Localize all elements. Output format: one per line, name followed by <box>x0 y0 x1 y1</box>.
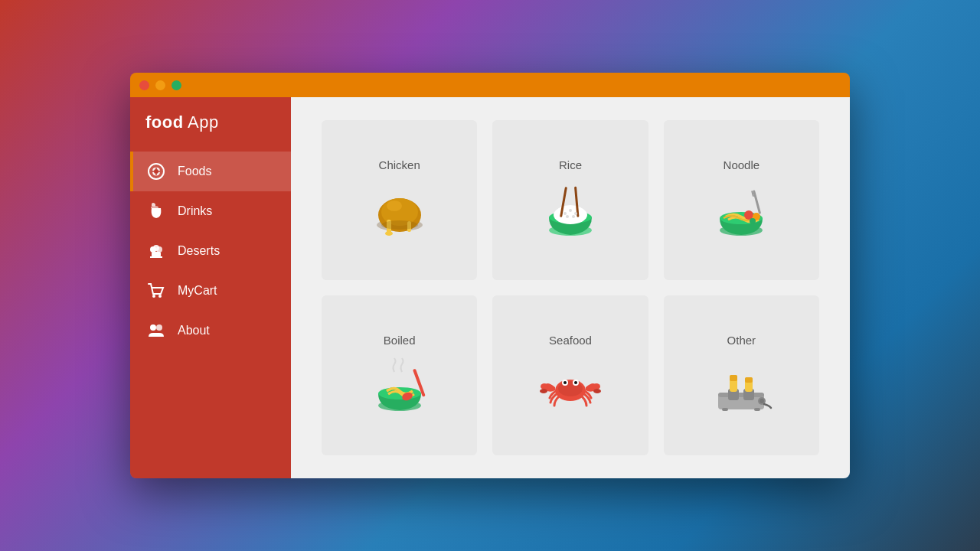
svg-point-34 <box>750 218 756 224</box>
foods-icon <box>145 161 167 182</box>
boiled-image <box>361 356 438 417</box>
sidebar-label-deserts: Deserts <box>178 244 220 258</box>
card-rice-label: Rice <box>559 158 582 171</box>
sidebar-item-about[interactable]: About <box>130 311 291 350</box>
app-title-light: App <box>184 112 219 132</box>
sidebar-label-drinks: Drinks <box>178 204 212 218</box>
svg-point-45 <box>593 383 600 390</box>
sidebar-item-foods[interactable]: Foods <box>130 152 291 191</box>
svg-point-7 <box>152 295 155 298</box>
card-noodle-label: Noodle <box>724 158 760 171</box>
chicken-image <box>361 181 438 242</box>
card-chicken[interactable]: Chicken <box>322 120 477 280</box>
rice-image <box>532 181 609 242</box>
svg-rect-52 <box>718 393 764 397</box>
sidebar: food App Foods <box>130 97 291 478</box>
svg-point-46 <box>593 389 601 393</box>
svg-point-1 <box>154 169 158 174</box>
about-icon <box>145 320 167 341</box>
sidebar-label-mycart: MyCart <box>178 284 217 298</box>
svg-point-29 <box>572 215 575 218</box>
svg-point-43 <box>541 383 548 390</box>
mycart-icon <box>145 280 167 302</box>
sidebar-label-foods: Foods <box>178 165 211 178</box>
other-image <box>703 356 779 417</box>
window-body: food App Foods <box>130 97 850 478</box>
card-chicken-label: Chicken <box>379 158 420 171</box>
seafood-image <box>532 356 609 417</box>
svg-rect-61 <box>722 408 728 411</box>
maximize-button[interactable] <box>172 80 181 90</box>
sidebar-label-about: About <box>178 324 210 337</box>
app-title: food App <box>130 112 291 152</box>
app-title-bold: food <box>145 112 184 132</box>
svg-point-49 <box>564 381 567 384</box>
noodle-image <box>703 181 779 242</box>
svg-point-27 <box>574 212 577 215</box>
main-content: Chicken <box>291 97 850 478</box>
svg-point-18 <box>381 220 418 230</box>
card-seafood[interactable]: Seafood <box>492 295 648 455</box>
svg-point-8 <box>158 295 162 298</box>
svg-point-25 <box>564 212 567 215</box>
card-noodle[interactable]: Noodle <box>664 120 819 280</box>
deserts-icon <box>145 240 167 262</box>
svg-point-16 <box>385 231 393 236</box>
app-window: food App Foods <box>130 73 850 478</box>
card-boiled[interactable]: Boiled <box>322 295 477 455</box>
svg-rect-62 <box>754 408 760 411</box>
card-seafood-label: Seafood <box>549 334 592 347</box>
sidebar-item-deserts[interactable]: Deserts <box>130 231 291 271</box>
svg-rect-35 <box>753 190 761 214</box>
card-rice[interactable]: Rice <box>492 120 648 280</box>
svg-point-60 <box>760 399 764 403</box>
minimize-button[interactable] <box>155 80 165 90</box>
close-button[interactable] <box>139 80 149 90</box>
card-boiled-label: Boiled <box>384 334 416 347</box>
titlebar <box>130 73 850 97</box>
card-other-label: Other <box>727 334 756 347</box>
svg-point-42 <box>558 381 583 396</box>
svg-rect-6 <box>152 252 161 257</box>
svg-point-50 <box>574 381 577 384</box>
card-other[interactable]: Other <box>664 295 819 455</box>
svg-rect-56 <box>730 375 737 381</box>
svg-point-44 <box>540 389 547 393</box>
svg-rect-58 <box>745 377 753 383</box>
svg-point-26 <box>569 209 572 212</box>
svg-point-5 <box>153 245 159 251</box>
svg-point-9 <box>150 324 156 331</box>
svg-point-14 <box>387 201 402 211</box>
svg-point-28 <box>566 215 569 218</box>
sidebar-item-drinks[interactable]: Drinks <box>130 191 291 231</box>
sidebar-item-mycart[interactable]: MyCart <box>130 271 291 311</box>
drinks-icon <box>145 201 167 222</box>
svg-point-10 <box>156 324 162 331</box>
